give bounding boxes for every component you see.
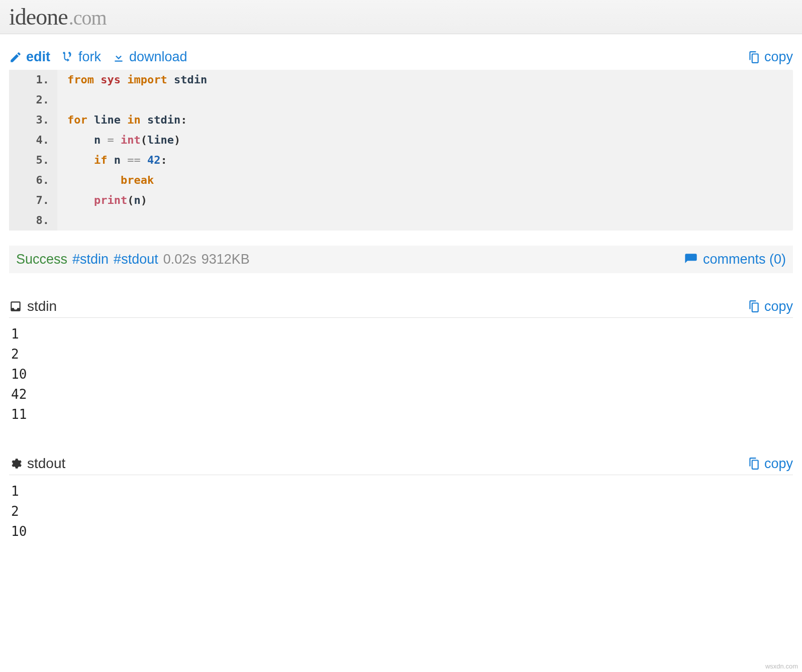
line-number: 7.: [9, 190, 57, 210]
copy-stdout-button[interactable]: copy: [747, 456, 793, 472]
code-editor: 1. from sys import stdin 2. 3. for line …: [9, 70, 793, 231]
code-content: break: [57, 170, 154, 190]
edit-label: edit: [26, 49, 50, 65]
site-logo[interactable]: ideone.com: [9, 4, 107, 30]
edit-button[interactable]: edit: [9, 49, 50, 65]
stdin-link[interactable]: #stdin: [72, 252, 109, 267]
stdin-section: stdin copy 1 2 10 42 11: [9, 298, 793, 430]
stdout-section: stdout copy 1 2 10: [9, 456, 793, 547]
stdin-content: 1 2 10 42 11: [9, 318, 793, 430]
line-number: 6.: [9, 170, 57, 190]
code-line: 6. break: [9, 170, 793, 190]
code-line: 3. for line in stdin:: [9, 110, 793, 130]
main-container: edit fork download copy 1. from sys impo…: [0, 34, 802, 547]
logo-suffix: .com: [69, 6, 107, 30]
code-line: 4. n = int(line): [9, 130, 793, 150]
status-bar: Success #stdin #stdout 0.02s 9312KB comm…: [9, 246, 793, 273]
stdout-title-text: stdout: [27, 456, 65, 472]
code-toolbar: edit fork download copy: [9, 49, 793, 65]
copy-icon: [747, 51, 760, 64]
download-icon: [112, 51, 125, 64]
gears-icon: [9, 457, 22, 470]
comments-label: comments (0): [703, 252, 786, 267]
topbar: ideone.com: [0, 0, 802, 34]
stdout-content: 1 2 10: [9, 475, 793, 547]
code-content: for line in stdin:: [57, 110, 187, 130]
code-content: n = int(line): [57, 130, 180, 150]
copy-icon: [747, 457, 760, 470]
copy-stdin-label: copy: [764, 299, 793, 314]
line-number: 4.: [9, 130, 57, 150]
copy-code-button[interactable]: copy: [747, 49, 793, 65]
download-label: download: [129, 49, 187, 65]
code-line: 1. from sys import stdin: [9, 70, 793, 90]
copy-stdout-label: copy: [764, 456, 793, 472]
copy-icon: [747, 300, 760, 313]
line-number: 3.: [9, 110, 57, 130]
code-content: if n == 42:: [57, 150, 167, 170]
code-line: 7. print(n): [9, 190, 793, 210]
copy-label: copy: [764, 49, 793, 65]
edit-icon: [9, 51, 22, 64]
line-number: 8.: [9, 210, 57, 231]
fork-icon: [61, 51, 74, 64]
stdin-title: stdin: [9, 298, 57, 314]
stdin-title-text: stdin: [27, 298, 57, 314]
code-line: 2.: [9, 90, 793, 110]
code-line: 5. if n == 42:: [9, 150, 793, 170]
run-memory: 9312KB: [202, 252, 250, 267]
stdout-header: stdout copy: [9, 456, 793, 475]
inbox-icon: [9, 300, 22, 313]
stdout-link[interactable]: #stdout: [114, 252, 158, 267]
stdin-header: stdin copy: [9, 298, 793, 318]
code-content: [57, 210, 67, 231]
line-number: 2.: [9, 90, 57, 110]
run-time: 0.02s: [163, 252, 196, 267]
code-line: 8.: [9, 210, 793, 231]
comment-icon: [684, 253, 698, 267]
comments-button[interactable]: comments (0): [684, 252, 786, 267]
copy-stdin-button[interactable]: copy: [747, 299, 793, 314]
stdout-title: stdout: [9, 456, 65, 472]
code-content: print(n): [57, 190, 147, 210]
line-number: 5.: [9, 150, 57, 170]
logo-text: ideone: [9, 4, 68, 30]
status-success: Success: [16, 252, 67, 267]
line-number: 1.: [9, 70, 57, 90]
code-content: [57, 90, 67, 110]
fork-button[interactable]: fork: [61, 49, 101, 65]
download-button[interactable]: download: [112, 49, 187, 65]
fork-label: fork: [78, 49, 101, 65]
code-content: from sys import stdin: [57, 70, 207, 90]
